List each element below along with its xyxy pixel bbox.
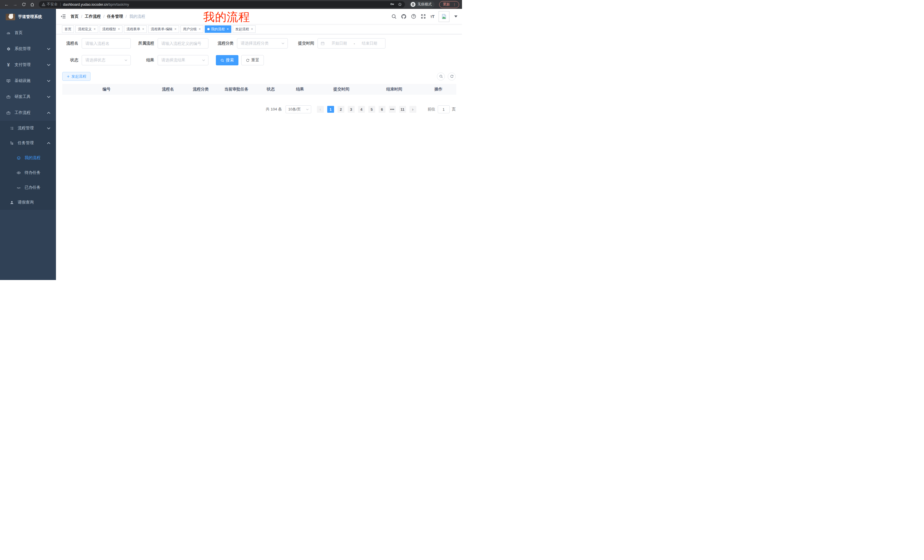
tab-close-icon[interactable]: ×: [94, 27, 96, 31]
calendar-icon: [321, 41, 325, 45]
page-button-2[interactable]: 2: [338, 106, 344, 113]
filter-submit-time: 提交时间 开始日期 - 结束日期: [292, 38, 386, 48]
end-date-placeholder[interactable]: 结束日期: [357, 41, 382, 46]
sidebar-item-todo-tasks[interactable]: 待办任务: [0, 165, 56, 180]
page-button-6[interactable]: 6: [379, 106, 386, 113]
process-name-input[interactable]: [82, 38, 131, 48]
forward-icon[interactable]: →: [11, 1, 19, 8]
tab-5[interactable]: 用户分组×: [180, 25, 203, 33]
sidebar-item-payment[interactable]: ¥ 支付管理: [0, 57, 56, 73]
tab-label: 流程定义: [78, 27, 92, 32]
show-search-toggle-button[interactable]: [437, 72, 445, 81]
chevron-down-icon: [281, 42, 285, 45]
tab-2[interactable]: 流程模型×: [100, 25, 123, 33]
goto-page-input[interactable]: [438, 105, 450, 113]
process-def-input[interactable]: [158, 38, 208, 48]
breadcrumb-workflow[interactable]: 工作流程: [85, 14, 101, 19]
home-icon[interactable]: [28, 1, 36, 8]
filter-row-1: 流程名 所属流程 流程分类 请选择流程分类: [62, 38, 456, 48]
chevron-up-icon: [46, 111, 51, 115]
breadcrumb-home[interactable]: 首页: [70, 14, 78, 19]
tab-4[interactable]: 流程表单-编辑×: [148, 25, 179, 33]
tab-label: 流程表单-编辑: [151, 27, 172, 32]
sidebar-item-workflow[interactable]: 工作流程: [0, 105, 56, 121]
sidebar-item-system[interactable]: 系统管理: [0, 41, 56, 57]
tab-close-icon[interactable]: ×: [174, 27, 177, 31]
browser-menu-icon[interactable]: ⋮: [453, 2, 456, 7]
more-pages-button[interactable]: •••: [389, 106, 396, 113]
page-size-select[interactable]: 10条/页: [285, 105, 311, 113]
tab-0[interactable]: 首页: [62, 25, 74, 33]
start-date-placeholder[interactable]: 开始日期: [326, 41, 352, 46]
tab-3[interactable]: 流程表单×: [124, 25, 147, 33]
sidebar: 芋道管理系统 首页 系统管理 ¥ 支付管理: [0, 9, 56, 280]
sidebar-item-done-tasks[interactable]: 已办任务: [0, 180, 56, 195]
table-toolbar: 发起流程: [62, 72, 456, 81]
search-icon[interactable]: [391, 14, 397, 19]
incognito-icon: [411, 2, 416, 7]
sidebar-item-devtools[interactable]: 研发工具: [0, 89, 56, 105]
create-process-button[interactable]: 发起流程: [62, 72, 90, 81]
tab-label: 流程表单: [126, 27, 140, 32]
filter-status: 状态 请选择状态: [62, 55, 131, 65]
font-size-icon[interactable]: TT: [430, 14, 434, 19]
search-button[interactable]: 搜索: [216, 55, 238, 65]
chevron-down-icon: [46, 79, 51, 83]
sidebar-item-leave-query[interactable]: 请假查询: [0, 195, 56, 210]
hamburger-collapse-icon[interactable]: [60, 14, 66, 19]
status-select[interactable]: 请选择状态: [82, 55, 131, 65]
prev-page-button[interactable]: ‹: [317, 106, 324, 113]
sidebar-item-home[interactable]: 首页: [0, 25, 56, 41]
help-icon[interactable]: [411, 14, 416, 19]
sidebar-item-my-process[interactable]: 我的流程: [0, 150, 56, 165]
page-button-5[interactable]: 5: [368, 106, 375, 113]
refresh-table-button[interactable]: [448, 72, 456, 81]
date-range-picker[interactable]: 开始日期 - 结束日期: [318, 38, 386, 48]
refresh-icon: [450, 75, 454, 78]
password-key-icon[interactable]: [390, 2, 394, 7]
browser-toolbar: ← → 不安全 dashboard.yudao.iocoder.cn/bpm/t…: [0, 0, 462, 9]
update-label[interactable]: 更新: [443, 2, 450, 7]
avatar[interactable]: [439, 11, 449, 22]
category-select[interactable]: 请选择流程分类: [237, 38, 288, 48]
tab-1[interactable]: 流程定义×: [75, 25, 98, 33]
page-button-1[interactable]: 1: [327, 106, 334, 113]
sidebar-item-process-management[interactable]: 流程管理: [0, 121, 56, 136]
fullscreen-icon[interactable]: [421, 14, 426, 19]
sidebar-item-task-management[interactable]: 任务管理: [0, 136, 56, 150]
process-def-label: 所属流程: [135, 41, 154, 46]
tab-7[interactable]: 发起流程×: [233, 25, 255, 33]
tab-bar: 首页流程定义×流程模型×流程表单×流程表单-编辑×用户分组×我的流程×发起流程×: [56, 24, 462, 34]
tab-close-icon[interactable]: ×: [118, 27, 120, 31]
yen-icon: ¥: [6, 63, 10, 67]
breadcrumb-task-mgmt[interactable]: 任务管理: [107, 14, 123, 19]
page-button-4[interactable]: 4: [358, 106, 365, 113]
url-path: /bpm/task/my: [108, 3, 129, 7]
reload-icon[interactable]: [20, 1, 27, 8]
briefcase-icon: [6, 111, 10, 115]
sidebar-item-infrastructure[interactable]: 基础设施: [0, 73, 56, 89]
result-select[interactable]: 请选择流结果: [158, 55, 208, 65]
tab-close-icon[interactable]: ×: [251, 27, 253, 31]
page-button-11[interactable]: 11: [399, 106, 406, 113]
bookmark-star-icon[interactable]: [398, 2, 402, 7]
breadcrumb-current: 我的流程: [129, 14, 146, 19]
toolbox-icon: [6, 95, 10, 99]
tab-6[interactable]: 我的流程×: [205, 25, 231, 33]
tree-list-icon: [10, 126, 14, 130]
browser-update-button[interactable]: 更新 ⋮: [439, 1, 459, 8]
back-icon[interactable]: ←: [3, 1, 10, 8]
page-button-3[interactable]: 3: [348, 106, 355, 113]
col-name: 流程名: [151, 84, 185, 95]
tab-close-icon[interactable]: ×: [142, 27, 144, 31]
security-label[interactable]: 不安全: [47, 2, 58, 7]
next-page-button[interactable]: ›: [410, 106, 416, 113]
tab-close-icon[interactable]: ×: [199, 27, 201, 31]
reset-button[interactable]: 重置: [241, 55, 264, 65]
caret-down-icon[interactable]: [454, 15, 458, 18]
url-bar[interactable]: 不安全 dashboard.yudao.iocoder.cn/bpm/task/…: [39, 1, 405, 8]
tab-close-icon[interactable]: ×: [227, 27, 229, 31]
github-icon[interactable]: [401, 14, 406, 19]
app-logo[interactable]: 芋道管理系统: [0, 9, 56, 25]
app-title: 芋道管理系统: [18, 14, 42, 19]
